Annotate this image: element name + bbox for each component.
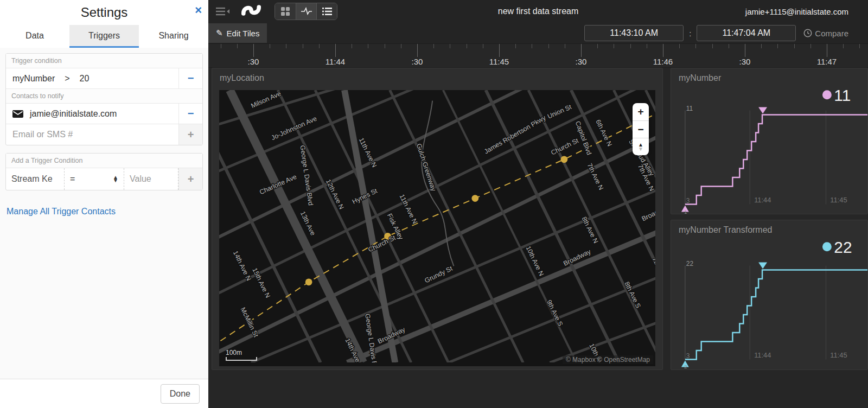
timeline-tick <box>777 44 778 48</box>
map-street-label: Union St <box>546 103 573 120</box>
lines-view-button[interactable] <box>316 3 337 20</box>
x-tick-label: 11:45 <box>830 196 847 204</box>
map-zoom-control: + − ▲▼ <box>633 103 649 155</box>
tab-data[interactable]: Data <box>0 25 69 48</box>
pencil-icon: ✎ <box>216 28 223 38</box>
add-contact-row: Email or SMS # + <box>6 124 202 145</box>
timeline-tick <box>647 44 647 48</box>
top-bar: new first data stream jamie+1115@initial… <box>208 0 868 23</box>
map-canvas[interactable]: Milson AveJo-Johnston AveCharlotte AveHy… <box>219 90 655 366</box>
account-email[interactable]: jamie+1115@initialstate.com <box>745 7 848 16</box>
current-value-dot <box>822 90 832 99</box>
timeline-axis[interactable]: :3011:44:3011:45:3011:46:3011:47 <box>208 43 868 68</box>
current-value-dot <box>822 242 832 251</box>
tiles-view-button[interactable] <box>275 3 296 20</box>
tab-triggers[interactable]: Triggers <box>69 25 139 48</box>
stream-key-input[interactable]: Stream Ke <box>6 168 65 190</box>
waves-view-button[interactable] <box>296 3 316 20</box>
timeline-tick <box>663 44 663 57</box>
timeline-tick <box>859 44 860 48</box>
end-time-input[interactable]: 11:47:04 AM <box>697 25 796 41</box>
trigger-condition-row: myNumber > 20 − <box>6 68 202 89</box>
map-scale: 100m <box>226 349 257 361</box>
step-line <box>685 270 867 359</box>
x-tick-label: 11:44 <box>754 351 771 359</box>
settings-header: Settings × <box>0 0 208 25</box>
map-attribution[interactable]: © Mapbox © OpenStreetMap <box>563 355 653 364</box>
settings-tabs: Data Triggers Sharing <box>0 25 208 48</box>
timeline-tick <box>548 44 549 48</box>
add-contact-input[interactable]: Email or SMS # <box>6 124 178 145</box>
remove-contact-button[interactable]: − <box>178 104 202 124</box>
compare-label: Compare <box>815 29 848 38</box>
timeline-tick <box>745 44 745 57</box>
timeline-tick <box>499 44 500 57</box>
map-scale-label: 100m <box>226 349 242 356</box>
timeline-tick <box>417 44 418 57</box>
gps-point[interactable] <box>471 195 478 202</box>
start-time-input[interactable]: 11:43:10 AM <box>584 25 684 41</box>
add-contact-button[interactable]: + <box>178 124 202 145</box>
map-street-label: Jo-Johnston Ave <box>270 114 318 142</box>
edit-tiles-button[interactable]: ✎ Edit Tiles <box>208 23 267 43</box>
settings-panel: Settings × Data Triggers Sharing Trigger… <box>0 0 208 408</box>
done-button[interactable]: Done <box>161 384 200 404</box>
timeline-tick <box>335 44 336 57</box>
timeline-tick <box>810 44 811 48</box>
add-trigger-button[interactable]: + <box>178 168 202 190</box>
tab-sharing[interactable]: Sharing <box>139 25 208 48</box>
contact-info: jamie@initialstate.com <box>6 104 178 124</box>
timeline-tick-label: :30 <box>248 57 259 66</box>
contacts-label: Contacts to notify <box>6 89 202 104</box>
gps-point[interactable] <box>561 156 568 163</box>
y-min-label: 3 <box>686 352 690 360</box>
timeline-tick <box>352 44 352 48</box>
manage-contacts-link[interactable]: Manage All Trigger Contacts <box>7 207 116 216</box>
zoom-in-button[interactable]: + <box>633 103 649 120</box>
operator-select[interactable]: = ▲▼ <box>65 168 124 190</box>
add-trigger-box: Add a Trigger Condition Stream Ke = ▲▼ V… <box>5 153 203 190</box>
clock-icon <box>803 29 812 37</box>
timeline-tick <box>630 44 631 48</box>
timeline-tick <box>221 44 221 48</box>
mynumber-transformed-tile-title: myNumber Transformed <box>679 225 773 235</box>
condition-stream: myNumber <box>12 74 55 84</box>
current-value: 11 <box>834 86 851 104</box>
timeline-tick <box>286 44 286 48</box>
contact-email: jamie@initialstate.com <box>30 109 117 119</box>
timeline-tick <box>270 44 270 48</box>
remove-condition-button[interactable]: − <box>178 68 202 88</box>
time-range-controls: 11:43:10 AM : 11:47:04 AM Compare <box>584 25 848 41</box>
timeline-tick <box>597 44 598 48</box>
view-mode-toggle <box>275 3 337 20</box>
collapse-menu-icon[interactable] <box>216 7 230 16</box>
triggers-tab-content: Trigger condition myNumber > 20 − Contac… <box>0 48 208 379</box>
x-tick-label: 11:45 <box>830 351 847 359</box>
compare-button[interactable]: Compare <box>803 29 848 38</box>
timeline-tick <box>467 44 467 48</box>
initial-state-logo-icon[interactable] <box>240 2 263 21</box>
start-marker-label: 1 <box>684 209 687 214</box>
gps-point[interactable] <box>305 278 312 285</box>
pitch-toggle-button[interactable]: ▲▼ <box>633 138 649 155</box>
mynumber-tile[interactable]: 11:4411:45111311 myNumber <box>671 68 868 214</box>
mynumber-transformed-tile[interactable]: 11:4411:45222322 myNumber Transformed <box>671 220 868 370</box>
app-window: Settings × Data Triggers Sharing Trigger… <box>0 0 868 408</box>
zoom-out-button[interactable]: − <box>633 120 649 138</box>
max-marker <box>758 263 767 269</box>
stream-title: new first data stream <box>498 7 579 16</box>
step-chart: 11:4411:45222322 <box>671 220 867 369</box>
timeline-tick <box>532 44 532 48</box>
timeline-tick <box>729 44 729 48</box>
timeline-tick <box>794 44 795 48</box>
trigger-condition-values: myNumber > 20 <box>6 68 178 88</box>
timeline-tick-label: :30 <box>739 57 751 66</box>
edit-tiles-label: Edit Tiles <box>227 29 260 38</box>
step-line <box>685 115 867 205</box>
value-input[interactable]: Value <box>124 168 178 190</box>
timeline-tick <box>319 44 320 48</box>
close-icon[interactable]: × <box>195 4 202 16</box>
timeline-tick <box>237 44 238 48</box>
condition-operator: > <box>65 74 69 84</box>
timeline-tick-label: 11:45 <box>489 57 509 66</box>
